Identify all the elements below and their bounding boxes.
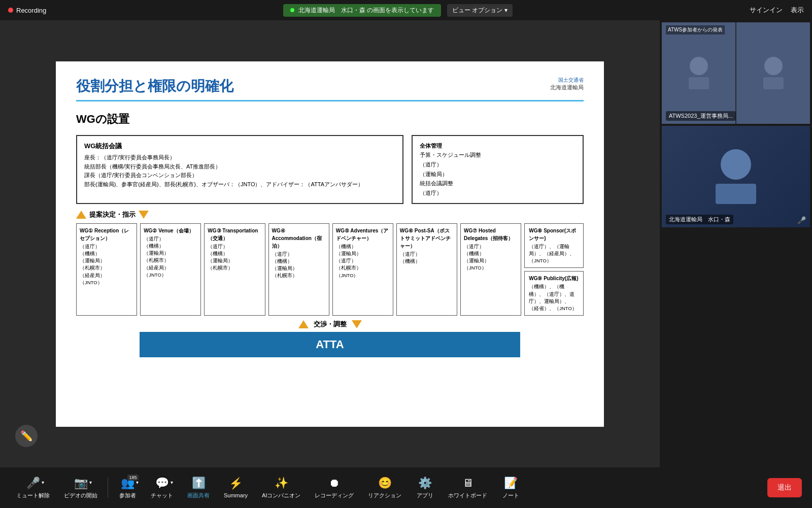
slide: 役割分担と権限の明確化 国土交通省 北海道運輸局 WGの設置 WG統括会議 座長… (56, 61, 604, 427)
video-top-subtitle: ATWS2023_運営事務局... (666, 111, 736, 121)
arrow-kettei: 決定・指示 (103, 210, 149, 219)
display-button[interactable]: 表示 (791, 6, 804, 15)
top-boxes: WG統括会議 座長：（道庁/実行委員会事務局長） 統括部長（機構/実行委員会事務… (76, 135, 584, 204)
participants-icon: 👥 185 ▾ (121, 477, 134, 490)
whiteboard-button[interactable]: 🖥 ホワイトボード (442, 473, 493, 502)
wg-main-line4: 部長(運輸局)、参事官(経産局)、部長(札幌市)、オブザーバ：（JNTO）、アド… (84, 180, 395, 189)
apps-label: アプリ (417, 492, 433, 499)
wg-box-8: WG⑧ Sponsor(スポンサー) （道庁）、（運輸局）、（経産局）、（JNT… (524, 223, 584, 268)
wg-main-line2: 統括部長（機構/実行委員会事務局次長、AT推進部長） (84, 162, 395, 172)
logo-bottom: 北海道運輸局 (550, 84, 584, 91)
logo-top: 国土交通省 (558, 77, 584, 84)
bottom-arrow-row: 交渉・調整 (76, 320, 584, 329)
recording-toolbar-label: レコーディング (315, 492, 354, 499)
video-caret: ▾ (89, 480, 92, 485)
summary-button[interactable]: ⚡ Summary (218, 474, 254, 501)
arrow-up-bottom (298, 320, 309, 328)
share-label: 画面共有 (187, 492, 210, 499)
reaction-icon: 😊 (378, 477, 392, 490)
share-banner: 北海道運輸局 水口・森 の画面を表示しています (283, 4, 441, 17)
wg-right-title: 全体管理 (420, 141, 576, 151)
arrow-kettei-label: 決定・指示 (103, 210, 136, 219)
right-panel: ATWS参加者からの発表 ATWS2023_運営事務局... 北海道運輸局 水口… (660, 20, 812, 467)
arrow-up-icon (76, 211, 86, 219)
video-top-title-text: ATWS参加者からの発表 (666, 25, 725, 35)
view-option-button[interactable]: ビュー オプション ▾ (447, 4, 513, 17)
wg-main-line3: 課長（道庁/実行委員会コンベンション部長） (84, 171, 395, 180)
ai-label: AIコンパニオン (262, 492, 300, 499)
chevron-down-icon: ▾ (504, 7, 507, 14)
person-cell-1 (662, 22, 735, 124)
slide-title: 役割分担と権限の明確化 (76, 77, 233, 96)
atta-row: ATTA (76, 332, 584, 357)
share-banner-text: 北海道運輸局 水口・森 の画面を表示しています (298, 6, 434, 15)
leave-button[interactable]: 退出 (767, 478, 802, 497)
recording-button[interactable]: ⏺ レコーディング (309, 473, 360, 502)
mute-caret: ▾ (42, 480, 44, 485)
wg-right-line2: （道庁） (420, 160, 576, 170)
toolbar-left: 🎤▾ ミュート解除 📷▾ ビデオの開始 👥 185 ▾ 参加者 💬▾ (10, 473, 526, 502)
recording-label: Recording (16, 7, 46, 14)
notes-icon: 📝 (504, 477, 518, 490)
arrow-down-icon (139, 211, 149, 219)
chat-label: チャット (151, 492, 173, 499)
wg-right-line5: （道庁） (420, 188, 576, 198)
presenter-avatar (716, 149, 756, 204)
atta-label: ATTA (316, 338, 344, 351)
video-grid (662, 22, 810, 124)
reaction-label: リアクション (368, 492, 401, 499)
person-cell-2 (736, 22, 810, 124)
reaction-button[interactable]: 😊 リアクション (362, 473, 408, 502)
chat-caret: ▾ (171, 480, 173, 485)
arrow-koushou-label: 交渉・調整 (314, 320, 347, 329)
wg-right-line4: 統括会議調整 (420, 179, 576, 188)
wg-box-6: WG⑥ Post-SA（ポストサミットアドベンチャー） （道庁） （機構） (396, 223, 457, 316)
share-active-dot (290, 8, 294, 12)
notes-button[interactable]: 📝 ノート (495, 473, 526, 502)
video-card-top: ATWS参加者からの発表 ATWS2023_運営事務局... (662, 22, 810, 124)
wg-box-9: WG⑨ Publicity(広報) （機構）、（機構）、（道庁）、道庁）、運輸局… (524, 271, 584, 316)
mute-button[interactable]: 🎤▾ ミュート解除 (10, 473, 56, 502)
view-option-label: ビュー オプション (452, 6, 502, 15)
recording-indicator: Recording (8, 7, 46, 14)
signin-link[interactable]: サインイン (750, 6, 783, 15)
top-right-controls: サインイン 表示 (750, 6, 804, 15)
arrow-teian-label: 提案 (89, 210, 103, 219)
pencil-button[interactable]: ✏️ (15, 425, 38, 447)
wg-box-3: WG③ Transportation（交通） （道庁） （機構） （運輸局） （… (204, 223, 265, 316)
recording-dot (8, 8, 13, 13)
presenter-video-content: 北海道運輸局 水口・森 🎤 (662, 126, 810, 227)
ai-button[interactable]: ✨ AIコンパニオン (256, 473, 307, 502)
wg-right-line1: 予算・スケジュール調整 (420, 150, 576, 160)
chat-icon: 💬▾ (155, 477, 169, 490)
apps-button[interactable]: ⚙️ アプリ (410, 473, 440, 502)
wg-boxes-right: WG⑧ Sponsor(スポンサー) （道庁）、（運輸局）、（経産局）、（JNT… (524, 223, 584, 316)
slide-logo: 国土交通省 北海道運輸局 (550, 77, 584, 91)
whiteboard-label: ホワイトボード (448, 492, 487, 499)
chat-button[interactable]: 💬▾ チャット (145, 473, 179, 502)
video-label: ビデオの開始 (64, 492, 97, 499)
wg-box-4: WG④ Accommodation（宿泊） （道庁） （機構） （運輸局） （札… (268, 223, 329, 316)
video-icon: 📷▾ (74, 477, 88, 490)
slide-container: 役割分担と権限の明確化 国土交通省 北海道運輸局 WGの設置 WG統括会議 座長… (0, 20, 660, 467)
wg-section-title: WGの設置 (76, 112, 584, 127)
wg-box-1: WG① Reception（レセプション） （道庁） （機構） （運輸局） （札… (76, 223, 137, 316)
main-area: 役割分担と権限の明確化 国土交通省 北海道運輸局 WGの設置 WG統括会議 座長… (0, 20, 812, 467)
separator-1 (108, 478, 108, 498)
arrow-teian: 提案 (76, 210, 103, 219)
atta-box: ATTA (140, 332, 520, 357)
participants-label: 参加者 (119, 492, 136, 499)
video-card-bottom: 北海道運輸局 水口・森 🎤 (662, 126, 810, 227)
wg-right-box: 全体管理 予算・スケジュール調整 （道庁） （運輸局） 統括会議調整 （道庁） (412, 135, 584, 204)
share-button[interactable]: ⬆️ 画面共有 (181, 473, 216, 502)
summary-label: Summary (224, 492, 248, 498)
participants-button[interactable]: 👥 185 ▾ 参加者 (112, 473, 143, 502)
recording-icon: ⏺ (329, 477, 340, 490)
summary-icon: ⚡ (229, 477, 243, 490)
presenter-name-label: 北海道運輸局 水口・森 (666, 215, 733, 224)
wg-box-7: WG⑦ Hosted Delegates（招待客） （道庁） （機構） （運輸局… (460, 223, 521, 316)
participants-caret: ▾ (136, 480, 139, 485)
mute-icon: 🎤▾ (26, 477, 40, 490)
video-button[interactable]: 📷▾ ビデオの開始 (58, 473, 104, 502)
wg-right-line3: （運輸局） (420, 170, 576, 179)
